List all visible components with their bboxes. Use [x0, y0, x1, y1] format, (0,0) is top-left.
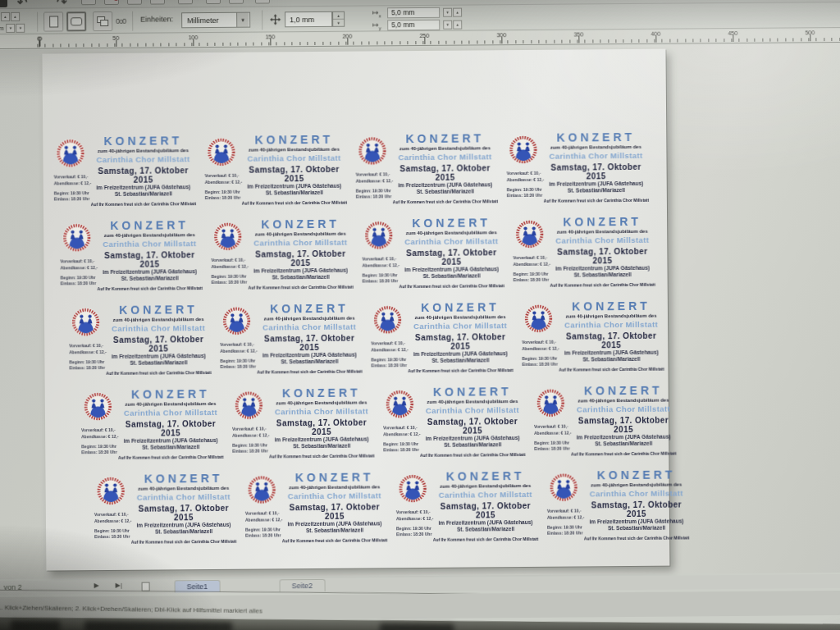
- export-icon[interactable]: [127, 0, 142, 5]
- ticket-content: KONZERT zum 40-jährigen Bestandsjubiläum…: [239, 133, 349, 206]
- spin-up-icon[interactable]: ▴: [453, 21, 462, 30]
- ticket[interactable]: Vorverkauf: € 10,- Abendkasse: € 12,- Be…: [351, 129, 502, 209]
- landscape-page-button[interactable]: [66, 11, 86, 31]
- ticket-footer: Auf Ihr Kommen freut sich der Carinthia …: [541, 198, 651, 203]
- ticket[interactable]: Vorverkauf: € 10,- Abendkasse: € 12,- Be…: [379, 382, 530, 463]
- ticket-row: Vorverkauf: € 10,- Abendkasse: € 12,- Be…: [89, 465, 693, 550]
- duplicate-x-field[interactable]: 5,0 mm: [387, 7, 440, 19]
- spin-down-icon[interactable]: ▾: [443, 8, 452, 17]
- page-size-fields: m ▴ ▴ mm ▾ ▾: [0, 11, 25, 34]
- zoom-level-icon[interactable]: [229, 0, 244, 4]
- import-icon[interactable]: [104, 0, 119, 5]
- ticket[interactable]: Vorverkauf: € 10,- Abendkasse: € 12,- Be…: [207, 215, 358, 295]
- ticket-info-block: Vorverkauf: € 10,- Abendkasse: € 12,- Be…: [94, 512, 132, 541]
- venue-line: St. Sebastian/Mariazell: [418, 441, 527, 449]
- all-pages-button[interactable]: [93, 11, 112, 31]
- entry-time: Einlass: 18:30 Uhr: [396, 532, 433, 538]
- ruler-major-tick: [424, 38, 425, 44]
- entry-time: Einlass: 18:30 Uhr: [383, 447, 420, 454]
- toolbar-icon[interactable]: [81, 0, 96, 5]
- chevron-down-icon[interactable]: ▼: [236, 13, 249, 27]
- add-page-icon[interactable]: [142, 582, 150, 591]
- ticket-subtitle: zum 40-jährigen Bestandsjubiläum des: [431, 483, 541, 489]
- units-dropdown[interactable]: Millimeter ▼: [181, 12, 250, 29]
- spin-down-icon[interactable]: ▾: [443, 21, 452, 30]
- ticket-footer: Auf Ihr Kommen freut sich der Carinthia …: [548, 282, 658, 288]
- nudge-spinner[interactable]: ▴▾: [332, 11, 345, 27]
- ticket[interactable]: Vorverkauf: € 10,- Abendkasse: € 12,- Be…: [542, 465, 693, 546]
- ticket-row: Vorverkauf: € 10,- Abendkasse: € 12,- Be…: [77, 381, 693, 465]
- presale-price: Vorverkauf: € 10,-: [371, 340, 408, 347]
- entry-time: Einlass: 18:30 Uhr: [245, 533, 282, 540]
- presale-price: Vorverkauf: € 10,-: [383, 425, 420, 431]
- app-menu-icon[interactable]: [0, 0, 7, 7]
- choir-logo-icon: [508, 135, 538, 165]
- toolbar-icon[interactable]: [206, 0, 221, 4]
- ticket-title: KONZERT: [396, 216, 506, 230]
- ticket-subtitle: zum 40-jährigen Bestandsjubiläum des: [116, 401, 226, 407]
- boxoffice-price: Abendkasse: € 12,-: [383, 431, 420, 438]
- venue-line: St. Sebastian/Mariazell: [548, 272, 658, 279]
- ticket-content: KONZERT zum 40-jährigen Bestandsjubiläum…: [581, 468, 692, 541]
- toolbar-icon[interactable]: [150, 0, 165, 5]
- duplicate-y-field[interactable]: 5,0 mm: [387, 20, 440, 31]
- ticket[interactable]: Vorverkauf: € 10,- Abendkasse: € 12,- Be…: [530, 381, 681, 462]
- ticket-footer: Auf Ihr Kommen freut sich der Carinthia …: [246, 284, 356, 290]
- spin-up-icon[interactable]: ▴: [1, 11, 10, 21]
- redo-icon[interactable]: ↷: [57, 0, 67, 9]
- undo-icon[interactable]: ↶: [17, 0, 28, 9]
- ticket[interactable]: Vorverkauf: € 10,- Abendkasse: € 12,- Be…: [49, 131, 200, 212]
- ticket[interactable]: Vorverkauf: € 10,- Abendkasse: € 12,- Be…: [509, 212, 660, 293]
- taskbar-button: [11, 621, 60, 630]
- ticket-title: KONZERT: [556, 299, 666, 313]
- spin-down-icon[interactable]: ▾: [7, 23, 16, 32]
- ticket[interactable]: Vorverkauf: € 10,- Abendkasse: € 12,- Be…: [228, 383, 379, 463]
- document-page[interactable]: Vorverkauf: € 10,- Abendkasse: € 12,- Be…: [42, 49, 669, 571]
- venue-line: St. Sebastian/Mariazell: [397, 273, 507, 281]
- event-date: Samstag, 17. Oktober 2015: [405, 332, 515, 351]
- ticket[interactable]: Vorverkauf: € 10,- Abendkasse: € 12,- Be…: [77, 385, 228, 465]
- ticket-content: KONZERT zum 40-jährigen Bestandsjubiläum…: [418, 385, 528, 458]
- ticket-info-block: Vorverkauf: € 10,- Abendkasse: € 12,- Be…: [507, 171, 545, 199]
- next-page-icon[interactable]: ▶: [94, 582, 99, 589]
- spin-down-icon[interactable]: ▾: [333, 20, 344, 26]
- spin-up-icon[interactable]: ▴: [333, 12, 344, 20]
- choir-logo-icon: [71, 307, 101, 337]
- ticket[interactable]: Vorverkauf: € 10,- Abendkasse: € 12,- Be…: [200, 130, 351, 211]
- entry-time: Einlass: 18:30 Uhr: [212, 280, 249, 286]
- choir-name: Carinthia Chor Millstatt: [541, 151, 651, 161]
- event-date: Samstag, 17. Oktober 2015: [129, 504, 239, 523]
- toolbar-icon[interactable]: [255, 0, 270, 4]
- drawing-canvas[interactable]: Vorverkauf: € 10,- Abendkasse: € 12,- Be…: [0, 43, 840, 579]
- ticket[interactable]: Vorverkauf: € 10,- Abendkasse: € 12,- Be…: [216, 299, 367, 380]
- choir-name: Carinthia Chor Millstatt: [556, 320, 666, 330]
- ticket-row: Vorverkauf: € 10,- Abendkasse: € 12,- Be…: [49, 127, 691, 212]
- spin-down-icon[interactable]: ▾: [16, 23, 25, 32]
- boxoffice-price: Abendkasse: € 12,-: [513, 262, 550, 268]
- ticket[interactable]: Vorverkauf: € 10,- Abendkasse: € 12,- Be…: [358, 213, 509, 294]
- boxoffice-price: Abendkasse: € 12,-: [54, 180, 91, 187]
- ticket-info-block: Vorverkauf: € 10,- Abendkasse: € 12,- Be…: [69, 343, 107, 372]
- ticket[interactable]: Vorverkauf: € 10,- Abendkasse: € 12,- Be…: [240, 468, 391, 548]
- ticket-subtitle: zum 40-jährigen Bestandsjubiläum des: [129, 486, 239, 491]
- nudge-distance-field[interactable]: 1,0 mm: [285, 11, 332, 27]
- event-date: Samstag, 17. Oktober 2015: [267, 418, 377, 436]
- ticket[interactable]: Vorverkauf: € 10,- Abendkasse: € 12,- Be…: [89, 469, 240, 550]
- ticket[interactable]: Vorverkauf: € 10,- Abendkasse: € 12,- Be…: [391, 467, 542, 547]
- spin-up-icon[interactable]: ▴: [11, 11, 20, 21]
- link-units-icon[interactable]: 0o0: [116, 17, 126, 25]
- spin-up-icon[interactable]: ▴: [453, 8, 462, 17]
- ticket[interactable]: Vorverkauf: € 10,- Abendkasse: € 12,- Be…: [502, 128, 653, 208]
- event-date: Samstag, 17. Oktober 2015: [280, 502, 390, 521]
- entry-time: Einlass: 18:30 Uhr: [363, 278, 399, 285]
- entry-time: Einlass: 18:30 Uhr: [232, 449, 269, 455]
- toolbar-icon[interactable]: [178, 0, 193, 4]
- entry-time: Einlass: 18:30 Uhr: [514, 277, 550, 284]
- last-page-icon[interactable]: ▶|: [116, 582, 122, 589]
- ticket[interactable]: Vorverkauf: € 10,- Abendkasse: € 12,- Be…: [65, 300, 216, 381]
- portrait-page-button[interactable]: [43, 11, 63, 31]
- ticket[interactable]: Vorverkauf: € 10,- Abendkasse: € 12,- Be…: [56, 216, 207, 296]
- ticket[interactable]: Vorverkauf: € 10,- Abendkasse: € 12,- Be…: [367, 298, 518, 378]
- ticket[interactable]: Vorverkauf: € 10,- Abendkasse: € 12,- Be…: [518, 297, 669, 377]
- tab-seite2[interactable]: Seite2: [280, 579, 326, 591]
